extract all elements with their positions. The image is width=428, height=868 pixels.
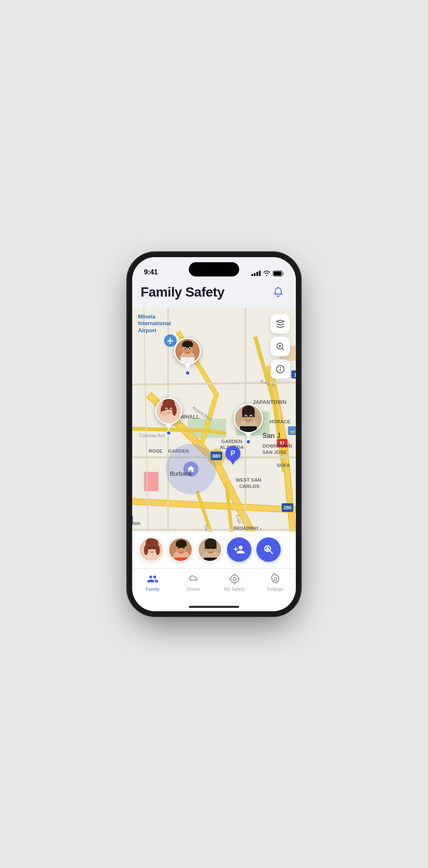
- svg-point-109: [183, 546, 185, 549]
- svg-text:🚌: 🚌: [290, 428, 296, 434]
- member1-thumb[interactable]: [139, 537, 163, 562]
- svg-text:WEST SAN: WEST SAN: [236, 477, 261, 482]
- app-header: Family Safety: [132, 280, 296, 308]
- svg-text:DOWNTOWN: DOWNTOWN: [262, 443, 292, 448]
- svg-text:Fruitdale: Fruitdale: [132, 521, 141, 526]
- person2-dot: [166, 430, 171, 435]
- svg-rect-59: [182, 343, 193, 346]
- svg-point-127: [233, 577, 236, 580]
- home-indicator-bar: [189, 606, 239, 608]
- svg-rect-86: [240, 426, 257, 432]
- search-member-button[interactable]: [256, 537, 281, 562]
- person2-pin: [165, 424, 172, 430]
- tab-family[interactable]: Family: [139, 573, 166, 592]
- svg-point-116: [207, 547, 209, 549]
- person3-marker[interactable]: [234, 404, 263, 444]
- person1-marker[interactable]: [174, 338, 201, 375]
- svg-text:ROSE: ROSE: [149, 448, 163, 453]
- svg-text:CARLOS: CARLOS: [239, 483, 260, 488]
- svg-point-84: [245, 416, 247, 417]
- tab-settings[interactable]: Settings: [262, 573, 289, 592]
- svg-line-120: [270, 550, 272, 553]
- status-time: 9:41: [144, 268, 158, 276]
- svg-point-62: [185, 348, 186, 350]
- member-strip: [132, 532, 296, 568]
- svg-point-63: [189, 348, 191, 350]
- wifi-icon: [263, 271, 270, 276]
- person2-marker[interactable]: [155, 398, 182, 435]
- svg-point-101: [149, 547, 151, 549]
- settings-tab-icon: [269, 573, 281, 585]
- svg-point-99: [144, 545, 148, 555]
- svg-point-71: [172, 405, 177, 415]
- svg-text:SAN JOSE: SAN JOSE: [262, 450, 287, 455]
- svg-point-85: [250, 416, 252, 417]
- person3-pin: [245, 433, 252, 438]
- person2-avatar: [155, 398, 182, 425]
- tab-drives[interactable]: Drives: [180, 573, 207, 592]
- home-indicator: [132, 603, 296, 611]
- tab-drives-label: Drives: [187, 586, 200, 592]
- member3-thumb[interactable]: [198, 537, 222, 562]
- map-layers-button[interactable]: [271, 314, 290, 334]
- parking-badge: P: [225, 446, 240, 461]
- info-button[interactable]: [271, 360, 290, 379]
- svg-rect-1: [274, 271, 282, 276]
- home-zone: [166, 444, 216, 494]
- tab-family-label: Family: [146, 586, 159, 592]
- zoom-in-button[interactable]: [271, 337, 290, 356]
- svg-text:10: 10: [294, 372, 296, 377]
- svg-point-123: [266, 547, 269, 549]
- svg-point-126: [230, 575, 238, 583]
- tab-my-safety-label: My Safety: [224, 586, 245, 592]
- add-member-button[interactable]: [227, 537, 251, 562]
- member2-thumb[interactable]: [168, 537, 193, 562]
- my-safety-tab-icon: [229, 573, 240, 585]
- tab-bar: Family Drives: [132, 568, 296, 603]
- svg-text:SOFA: SOFA: [277, 463, 290, 468]
- svg-rect-118: [204, 558, 218, 562]
- status-icons: [251, 271, 284, 276]
- svg-point-74: [166, 408, 167, 410]
- person1-pin: [184, 364, 191, 370]
- svg-point-117: [212, 547, 214, 549]
- svg-text:HORACE: HORACE: [269, 419, 290, 424]
- svg-point-132: [274, 577, 277, 580]
- svg-rect-64: [181, 357, 195, 363]
- svg-rect-115: [205, 543, 217, 549]
- signal-icon: [251, 271, 261, 276]
- svg-rect-6: [144, 472, 159, 491]
- airport-label: Mineta International Airport: [138, 313, 171, 335]
- svg-line-88: [282, 348, 284, 350]
- person1-avatar: [174, 338, 201, 365]
- svg-point-76: [161, 411, 167, 416]
- burbank-label: Burbank: [170, 470, 192, 477]
- svg-rect-107: [176, 543, 187, 546]
- family-tab-icon: [147, 573, 159, 585]
- svg-rect-110: [174, 558, 188, 562]
- svg-point-102: [153, 547, 155, 549]
- svg-text:280: 280: [283, 505, 291, 510]
- map-controls: [271, 314, 290, 379]
- svg-point-100: [156, 545, 160, 555]
- person3-dot: [246, 439, 251, 444]
- tab-my-safety[interactable]: My Safety: [221, 573, 248, 592]
- svg-text:San J: San J: [262, 432, 280, 439]
- battery-icon: [273, 271, 284, 276]
- person1-dot: [185, 370, 190, 375]
- svg-point-75: [170, 408, 172, 410]
- drives-tab-icon: [188, 573, 199, 585]
- map-container[interactable]: Airport Blvd N 4th St Coleman Ave Dana A…: [132, 308, 296, 568]
- person3-avatar: [234, 404, 263, 433]
- phone-frame: 9:41 Family Safety: [132, 257, 296, 611]
- svg-point-108: [178, 546, 180, 549]
- parking-marker: P: [225, 446, 240, 465]
- notification-button[interactable]: [269, 283, 287, 302]
- dynamic-island: [189, 262, 239, 276]
- bell-icon: [272, 287, 284, 298]
- svg-text:BROADWAY -: BROADWAY -: [233, 526, 261, 530]
- svg-rect-81: [242, 410, 255, 417]
- tab-settings-label: Settings: [267, 586, 284, 592]
- page-title: Family Safety: [141, 284, 224, 300]
